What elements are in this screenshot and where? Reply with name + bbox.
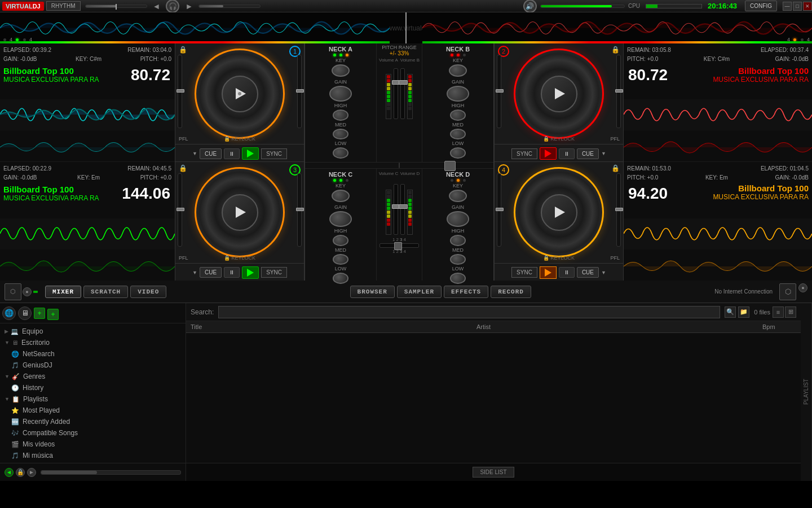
sidebar-add-btn2[interactable]: + bbox=[45, 309, 59, 320]
tab-mixer[interactable]: МIXER bbox=[45, 286, 81, 298]
neck-d-gain-knob[interactable] bbox=[447, 211, 469, 227]
neck-b-key-knob[interactable] bbox=[449, 64, 467, 77]
tree-item-mi-musica[interactable]: 🎵 Mi música bbox=[0, 450, 186, 461]
deck-c-platter[interactable] bbox=[195, 167, 285, 257]
deck-b-pitch-slider[interactable] bbox=[497, 55, 501, 128]
master-vol-knob[interactable]: ● bbox=[23, 287, 32, 296]
deck-selector-left[interactable]: ⬡ bbox=[5, 283, 21, 300]
neck-a-med-knob[interactable] bbox=[333, 129, 348, 140]
volume-fader-a[interactable] bbox=[394, 68, 398, 119]
master-volume-icon[interactable]: 🔊 bbox=[523, 0, 537, 13]
sidebar-scrollbar[interactable] bbox=[41, 470, 181, 475]
deck-a-pause-button[interactable]: ⏸ bbox=[224, 148, 240, 159]
tree-item-history[interactable]: 🕐 History bbox=[0, 382, 186, 393]
tree-item-geniusdj[interactable]: 🎵 GeniusDJ bbox=[0, 360, 186, 371]
bottom-crossfader[interactable] bbox=[379, 243, 419, 248]
neck-c-high-knob[interactable] bbox=[333, 235, 348, 246]
left-deck-selector[interactable]: ⬡ bbox=[779, 283, 796, 300]
neck-d-high-knob[interactable] bbox=[450, 235, 466, 246]
config-button[interactable]: CONFIG bbox=[745, 1, 777, 11]
sidebar-next-btn[interactable]: ► bbox=[27, 468, 36, 477]
tree-item-equipo[interactable]: ▶ 💻 Equipo bbox=[0, 326, 186, 337]
tree-item-most-played[interactable]: ⭐ Most Played bbox=[0, 405, 186, 416]
deck-b-play-button[interactable] bbox=[540, 147, 557, 160]
deck-a-cue-button[interactable]: CUE bbox=[200, 148, 222, 159]
playlist-side-tab[interactable]: PLAYLIST bbox=[801, 303, 812, 481]
neck-b-high-knob[interactable] bbox=[450, 110, 466, 121]
volume-fader-c[interactable] bbox=[394, 184, 398, 235]
left-pitch-slider[interactable] bbox=[85, 5, 147, 8]
deck-d-sync-button[interactable]: SYNC bbox=[511, 267, 537, 278]
neck-a-low-knob[interactable] bbox=[333, 147, 348, 159]
sidebar-lock-btn[interactable]: 🔒 bbox=[16, 468, 25, 477]
crossfader-track[interactable] bbox=[399, 163, 400, 168]
deck-d-pause-button[interactable]: ⏸ bbox=[559, 267, 575, 278]
tab-record[interactable]: RECORD bbox=[491, 286, 531, 298]
sidebar-icon-btn-1[interactable]: 🌐 bbox=[2, 306, 16, 320]
search-folder-btn[interactable]: 📁 bbox=[738, 306, 749, 318]
tree-item-recently-added[interactable]: 🆕 Recently Added bbox=[0, 416, 186, 427]
deck-c-pitch-slider2[interactable] bbox=[178, 173, 182, 247]
th-bpm[interactable]: Bpm bbox=[762, 323, 796, 330]
volume-fader-d[interactable] bbox=[400, 184, 405, 235]
tab-video[interactable]: VIDEO bbox=[130, 286, 166, 298]
tab-sampler[interactable]: SAMPLER bbox=[397, 286, 442, 298]
deck-a-sync-button[interactable]: SYNC bbox=[261, 148, 287, 159]
volume-fader-b[interactable] bbox=[400, 68, 405, 119]
deck-a-pitch-slider[interactable] bbox=[297, 55, 302, 128]
deck-c-sync-button[interactable]: SYNC bbox=[261, 267, 287, 278]
neck-d-med-knob[interactable] bbox=[450, 254, 466, 265]
deck-b-sync-button[interactable]: SYNC bbox=[511, 148, 537, 159]
sidebar-icon-btn-2[interactable]: 🖥 bbox=[18, 306, 32, 320]
deck-c-play-button[interactable] bbox=[242, 266, 259, 279]
tree-item-escritorio[interactable]: ▼ 🖥 Escritorio bbox=[0, 337, 186, 348]
maximize-button[interactable]: □ bbox=[793, 2, 802, 11]
neck-c-low-knob[interactable] bbox=[333, 273, 348, 284]
deck-b-platter[interactable] bbox=[514, 49, 604, 139]
neck-d-key-knob[interactable] bbox=[449, 190, 467, 202]
neck-a-gain-knob[interactable] bbox=[329, 86, 352, 102]
neck-a-key-knob[interactable] bbox=[332, 64, 350, 77]
deck-b-cue-button[interactable]: CUE bbox=[577, 148, 599, 159]
sidebar-add-btn[interactable]: + bbox=[34, 308, 45, 319]
tab-browser[interactable]: BROWSER bbox=[350, 286, 395, 298]
deck-d-play-button[interactable] bbox=[540, 266, 557, 279]
tree-item-compatible-songs[interactable]: 🎶 Compatible Songs bbox=[0, 427, 186, 439]
search-magnify-btn[interactable]: 🔍 bbox=[725, 306, 736, 318]
master-volume-slider[interactable] bbox=[540, 5, 625, 8]
neck-b-med-knob[interactable] bbox=[450, 129, 466, 140]
neck-b-gain-knob[interactable] bbox=[447, 86, 469, 102]
deck-b-pause-button[interactable]: ⏸ bbox=[559, 148, 575, 159]
view-btn-2[interactable]: ⊞ bbox=[785, 306, 796, 318]
deck-b-pitch-slider2[interactable] bbox=[616, 55, 621, 128]
side-list-button[interactable]: SIDE LIST bbox=[473, 467, 514, 478]
th-artist[interactable]: Artist bbox=[476, 323, 762, 330]
close-button[interactable]: ✕ bbox=[803, 2, 812, 11]
neck-b-low-knob[interactable] bbox=[450, 147, 466, 159]
deck-a-pitch-slider2[interactable] bbox=[178, 55, 182, 128]
right-pitch-slider[interactable] bbox=[198, 5, 261, 8]
th-title[interactable]: Title bbox=[191, 323, 476, 330]
neck-a-high-knob[interactable] bbox=[333, 110, 348, 121]
tree-item-mis-videos[interactable]: 🎬 Mis vídeos bbox=[0, 439, 186, 450]
deck-a-play-button[interactable] bbox=[242, 147, 259, 160]
deck-d-pitch-slider[interactable] bbox=[497, 173, 501, 247]
tree-item-netsearch[interactable]: 🌐 NetSearch bbox=[0, 348, 186, 360]
view-btn-1[interactable]: ≡ bbox=[773, 306, 784, 318]
deck-c-pitch-slider[interactable] bbox=[297, 173, 302, 247]
neck-c-gain-knob[interactable] bbox=[329, 211, 352, 227]
neck-d-low-knob[interactable] bbox=[450, 273, 466, 284]
rhythm-button[interactable]: RHYTHM bbox=[46, 1, 81, 11]
deck-c-cue-button[interactable]: CUE bbox=[200, 267, 222, 278]
deck-d-pitch-slider2[interactable] bbox=[616, 173, 621, 247]
neck-c-key-knob[interactable] bbox=[332, 190, 350, 202]
deck-a-platter[interactable] bbox=[195, 49, 285, 139]
deck-c-pause-button[interactable]: ⏸ bbox=[224, 267, 240, 278]
minimize-button[interactable]: — bbox=[783, 2, 792, 11]
deck-d-platter[interactable] bbox=[514, 167, 604, 257]
tab-scratch[interactable]: SCRATCH bbox=[83, 286, 128, 298]
right-master-vol-knob[interactable]: ● bbox=[798, 283, 807, 292]
neck-c-med-knob[interactable] bbox=[333, 254, 348, 265]
tree-item-playlists[interactable]: ▼ 📋 Playlists bbox=[0, 393, 186, 405]
tab-effects[interactable]: EFFECTS bbox=[444, 286, 488, 298]
